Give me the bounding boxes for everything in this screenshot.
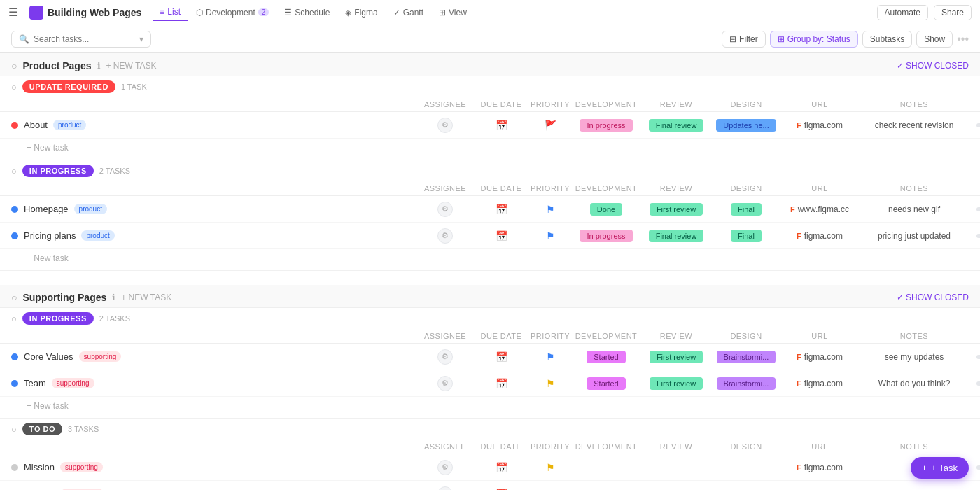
section-toggle-supporting[interactable]: ○ (11, 292, 17, 303)
new-task-row-in-progress-supporting[interactable]: + New task (0, 397, 980, 418)
status-badge-to-do[interactable]: TO DO (22, 423, 62, 435)
more-options-icon[interactable]: ••• (957, 33, 969, 46)
status-group-in-progress-product: ○ IN PROGRESS 2 TASKS ASSIGNEE DUE DATE … (0, 160, 980, 271)
toggle-icon-in-progress-product[interactable]: ○ (11, 166, 17, 176)
task-dev-pricing[interactable]: In progress (571, 230, 641, 242)
task-assignee-mission[interactable]: ⚙ (417, 460, 473, 475)
toggle-icon-in-progress-supporting[interactable]: ○ (11, 314, 17, 324)
status-badge-update-required[interactable]: UPDATE REQUIRED (22, 80, 115, 93)
tab-schedule[interactable]: ☰ Schedule (277, 5, 337, 20)
task-due-team[interactable]: 📅 (473, 378, 529, 389)
search-input[interactable] (34, 34, 135, 44)
task-priority-pricing[interactable]: ⚑ (529, 230, 571, 241)
task-name-core-values[interactable]: Core Values (24, 351, 74, 362)
task-due-homepage[interactable]: 📅 (473, 204, 529, 215)
task-review-homepage[interactable]: First review (641, 203, 711, 216)
task-assignee-about[interactable]: ⚙ (417, 118, 473, 133)
task-url-core-values[interactable]: F figma.com (781, 352, 858, 362)
new-task-row-update-required[interactable]: + New task (0, 139, 980, 160)
col-progress-header2: PROGRESS (970, 184, 980, 192)
add-task-fab[interactable]: + + Task (911, 457, 969, 479)
status-badge-in-progress-supporting[interactable]: IN PROGRESS (22, 312, 94, 325)
task-priority-core-values[interactable]: ⚑ (529, 351, 571, 363)
section-info-product[interactable]: ℹ (97, 61, 101, 71)
subtasks-button[interactable]: Subtasks (862, 31, 912, 48)
show-button[interactable]: Show (916, 31, 953, 48)
section-info-supporting[interactable]: ℹ (112, 293, 115, 302)
task-due-about[interactable]: 📅 (473, 120, 529, 131)
toggle-icon-to-do[interactable]: ○ (11, 424, 17, 435)
tab-list[interactable]: ≡ List (153, 4, 188, 21)
design-pill-about: Updates ne... (716, 119, 776, 132)
task-design-pricing[interactable]: Final (711, 230, 781, 242)
task-tag-core-values[interactable]: supporting (79, 351, 122, 362)
task-notes-homepage: needs new gif (858, 204, 970, 214)
toggle-icon-update[interactable]: ○ (11, 82, 17, 92)
task-assignee-team[interactable]: ⚙ (417, 376, 473, 391)
task-priority-team[interactable]: ⚑ (529, 378, 571, 389)
task-design-homepage[interactable]: Final (711, 203, 781, 216)
task-url-mission[interactable]: F figma.com (781, 463, 858, 472)
automate-button[interactable]: Automate (877, 5, 928, 20)
task-name-mission[interactable]: Mission (24, 462, 55, 472)
task-url-team[interactable]: F figma.com (781, 379, 858, 388)
tab-view[interactable]: ⊞ View (432, 5, 474, 20)
show-closed-product[interactable]: ✓ SHOW CLOSED (897, 61, 969, 71)
task-priority-mission[interactable]: ⚑ (529, 462, 571, 473)
task-tag-team[interactable]: supporting (52, 378, 94, 388)
task-due-core-values[interactable]: 📅 (473, 351, 529, 363)
hamburger-icon[interactable]: ☰ (8, 6, 18, 19)
task-priority-homepage[interactable]: ⚑ (529, 204, 571, 215)
task-design-team[interactable]: Brainstormi... (711, 377, 781, 390)
task-name-cell-homepage: Homepage product (11, 204, 417, 214)
task-assignee-homepage[interactable]: ⚙ (417, 202, 473, 217)
task-tag-mission[interactable]: supporting (60, 462, 103, 472)
task-dev-about[interactable]: In progress (571, 119, 641, 132)
new-task-row-in-progress-product[interactable]: + New task (0, 249, 980, 270)
group-by-button[interactable]: ⊞ Group by: Status (770, 31, 858, 48)
task-dev-homepage[interactable]: Done (571, 203, 641, 216)
task-priority-about[interactable]: 🚩 (529, 120, 571, 131)
task-name-team[interactable]: Team (24, 378, 46, 388)
task-tag-homepage[interactable]: product (74, 204, 107, 214)
section-supporting-pages: ○ Supporting Pages ℹ + NEW TASK ✓ SHOW C… (0, 285, 980, 490)
task-due-pricing[interactable]: 📅 (473, 230, 529, 241)
task-url-pricing[interactable]: F figma.com (781, 231, 858, 241)
task-url-homepage[interactable]: F www.figma.cc (781, 204, 858, 214)
gear-icon-mission: ⚙ (442, 463, 449, 472)
task-name-homepage[interactable]: Homepage (24, 204, 69, 214)
task-due-mission[interactable]: 📅 (473, 462, 529, 473)
calendar-icon-homepage: 📅 (496, 204, 507, 215)
task-notes-about: check recent revision (858, 120, 970, 130)
task-tag-pricing[interactable]: product (81, 230, 114, 241)
show-closed-supporting[interactable]: ✓ SHOW CLOSED (897, 293, 969, 302)
task-review-core-values[interactable]: First review (641, 351, 711, 363)
section-new-task-supporting[interactable]: + NEW TASK (121, 293, 172, 302)
task-assignee-pricing[interactable]: ⚙ (417, 228, 473, 244)
col-assignee-header: ASSIGNEE (417, 100, 473, 108)
status-group-header-in-progress-supporting: ○ IN PROGRESS 2 TASKS (0, 308, 980, 329)
tab-figma[interactable]: ◈ Figma (338, 5, 384, 20)
section-toggle-product[interactable]: ○ (11, 60, 17, 71)
task-design-about[interactable]: Updates ne... (711, 119, 781, 132)
task-name-about[interactable]: About (24, 120, 48, 130)
task-review-about[interactable]: Final review (641, 119, 711, 132)
search-box[interactable]: 🔍 ▾ (11, 31, 151, 48)
task-design-core-values[interactable]: Brainstormi... (711, 351, 781, 363)
status-group-to-do: ○ TO DO 3 TASKS ASSIGNEE DUE DATE PRIORI… (0, 419, 980, 490)
task-tag-about[interactable]: product (53, 120, 86, 130)
tab-gantt[interactable]: ✓ Gantt (386, 5, 430, 20)
task-assignee-core-values[interactable]: ⚙ (417, 349, 473, 365)
task-dev-core-values[interactable]: Started (571, 351, 641, 363)
section-new-task-product[interactable]: + NEW TASK (106, 61, 157, 71)
task-name-pricing[interactable]: Pricing plans (24, 230, 76, 241)
task-url-about[interactable]: F figma.com (781, 120, 858, 130)
task-dev-team[interactable]: Started (571, 377, 641, 390)
share-button[interactable]: Share (934, 5, 972, 20)
task-review-team[interactable]: First review (641, 377, 711, 390)
tab-development[interactable]: ⬡ Development 2 (189, 5, 276, 20)
status-badge-in-progress-product[interactable]: IN PROGRESS (22, 164, 94, 177)
filter-button[interactable]: ⊟ Filter (722, 31, 766, 48)
task-assignee-contact[interactable]: ⚙ (417, 486, 473, 491)
task-review-pricing[interactable]: Final review (641, 230, 711, 242)
